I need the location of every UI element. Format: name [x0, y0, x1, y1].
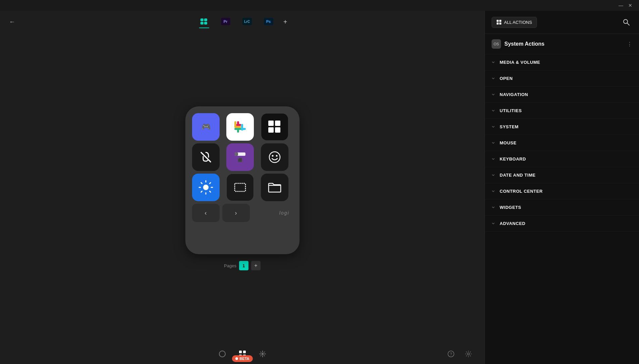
svg-line-42: [260, 352, 261, 353]
chevron-icon-date-time: [492, 173, 495, 178]
accordion-label-media-volume: MEDIA & VOLUME: [500, 60, 540, 65]
device-button-mute[interactable]: [192, 143, 220, 171]
page-number-1[interactable]: 1: [239, 261, 248, 270]
accordion-item-mouse[interactable]: MOUSE: [485, 135, 639, 151]
chevron-icon-advanced: [492, 221, 495, 226]
tab-lrc-indicator: [242, 28, 252, 28]
bottom-bar: ? BETA: [0, 344, 485, 364]
main-layout: ←: [0, 11, 639, 364]
settings-button[interactable]: [462, 348, 474, 360]
chevron-icon-widgets: [492, 205, 495, 210]
add-page-button[interactable]: +: [251, 261, 261, 270]
top-nav: ←: [0, 11, 485, 33]
minimize-button[interactable]: —: [616, 1, 626, 10]
svg-rect-17: [275, 121, 280, 126]
grid-tab-icon: [198, 17, 210, 26]
help-button[interactable]: ?: [445, 348, 457, 360]
tab-pr-indicator: [221, 28, 231, 28]
accordion-label-open: OPEN: [500, 76, 513, 81]
svg-rect-18: [268, 127, 274, 133]
accordion-label-keyboard: KEYBOARD: [500, 156, 526, 162]
chevron-icon-open: [492, 76, 495, 81]
svg-line-50: [627, 23, 629, 25]
tab-photoshop[interactable]: Ps: [259, 15, 279, 29]
premiere-tab-icon: Pr: [220, 17, 232, 26]
svg-point-27: [276, 155, 277, 157]
page-controls: Pages 1 +: [224, 261, 261, 270]
section-title-row: OS System Actions: [492, 39, 544, 49]
accordion-item-date-time[interactable]: DATE AND TIME: [485, 167, 639, 183]
accordion-label-utilities: UTILITIES: [500, 108, 522, 113]
close-button[interactable]: ✕: [626, 1, 635, 10]
svg-rect-12: [234, 128, 241, 130]
pages-label: Pages: [224, 263, 236, 268]
device-grid: 🎮: [192, 113, 293, 201]
right-panel: ALL ACTIONS OS System Actions ⋮ MEDIA & …: [485, 11, 639, 364]
tab-ps-indicator: [264, 28, 274, 28]
svg-line-20: [201, 152, 211, 162]
svg-rect-34: [243, 351, 246, 353]
device-button-klack[interactable]: [261, 113, 288, 141]
svg-text:?: ?: [450, 352, 452, 357]
all-actions-button[interactable]: ALL ACTIONS: [492, 17, 537, 28]
accordion-label-widgets: WIDGETS: [500, 205, 521, 210]
svg-point-25: [269, 152, 280, 163]
nav-tabs: Pr LrC Ps +: [194, 15, 291, 29]
bottom-icon-circle[interactable]: [216, 348, 228, 360]
search-button[interactable]: [620, 16, 632, 28]
left-panel: ←: [0, 11, 485, 364]
accordion-item-system[interactable]: SYSTEM: [485, 119, 639, 135]
tab-grid[interactable]: [194, 15, 214, 29]
right-header: ALL ACTIONS: [485, 11, 639, 34]
device-next-button[interactable]: ›: [222, 204, 250, 222]
photoshop-tab-icon: Ps: [263, 17, 275, 26]
accordion-label-system: SYSTEM: [500, 124, 518, 129]
device-button-emoji[interactable]: [261, 143, 288, 171]
svg-rect-21: [232, 149, 248, 165]
device-container: 🎮: [185, 106, 300, 254]
device-button-screenshot[interactable]: [226, 174, 254, 201]
device: 🎮: [185, 106, 300, 254]
device-button-topnotch[interactable]: ⬛: [226, 143, 254, 171]
device-button-slack[interactable]: [226, 113, 254, 141]
accordion-label-mouse: MOUSE: [500, 140, 516, 145]
accordion-item-keyboard[interactable]: KEYBOARD: [485, 151, 639, 167]
svg-line-45: [260, 355, 261, 356]
device-button-settings[interactable]: [192, 174, 220, 201]
device-button-discord[interactable]: 🎮: [192, 113, 220, 141]
accordion-item-utilities[interactable]: UTILITIES: [485, 103, 639, 119]
accordion-item-control-center[interactable]: CONTROL CENTER: [485, 183, 639, 199]
tab-premiere[interactable]: Pr: [216, 15, 236, 29]
grid-icon: [497, 20, 501, 25]
bottom-right-icons: ?: [445, 348, 474, 360]
bottom-icon-sparkle[interactable]: [257, 348, 269, 360]
svg-rect-33: [239, 351, 242, 353]
center-content: 🎮: [0, 33, 485, 344]
tab-lightroom[interactable]: LrC: [237, 15, 257, 29]
beta-badge: BETA: [232, 355, 253, 362]
device-prev-button[interactable]: ‹: [192, 204, 220, 222]
device-button-folder[interactable]: [261, 174, 288, 201]
system-actions-header: OS System Actions ⋮: [485, 34, 639, 54]
accordion-item-media-volume[interactable]: MEDIA & VOLUME: [485, 54, 639, 71]
svg-line-43: [264, 355, 265, 356]
accordion-item-open[interactable]: OPEN: [485, 71, 639, 87]
add-tab-button[interactable]: +: [280, 16, 291, 27]
chevron-icon-navigation: [492, 92, 495, 97]
chevron-icon-keyboard: [492, 157, 495, 162]
accordion-item-advanced[interactable]: ADVANCED: [485, 216, 639, 232]
svg-point-49: [624, 19, 628, 24]
chevron-icon-media-volume: [492, 60, 495, 65]
svg-rect-23: [235, 152, 238, 156]
accordion-label-navigation: NAVIGATION: [500, 92, 528, 97]
device-logo: logi: [279, 210, 293, 216]
accordion-item-widgets[interactable]: WIDGETS: [485, 199, 639, 216]
svg-point-26: [272, 155, 273, 157]
more-options-button[interactable]: ⋮: [627, 41, 632, 47]
svg-point-48: [467, 353, 469, 355]
svg-text:⬛: ⬛: [238, 157, 242, 162]
tab-grid-indicator: [199, 28, 209, 28]
accordion-list: MEDIA & VOLUMEOPENNAVIGATIONUTILITIESSYS…: [485, 54, 639, 364]
back-button[interactable]: ←: [7, 16, 17, 27]
accordion-item-navigation[interactable]: NAVIGATION: [485, 87, 639, 103]
